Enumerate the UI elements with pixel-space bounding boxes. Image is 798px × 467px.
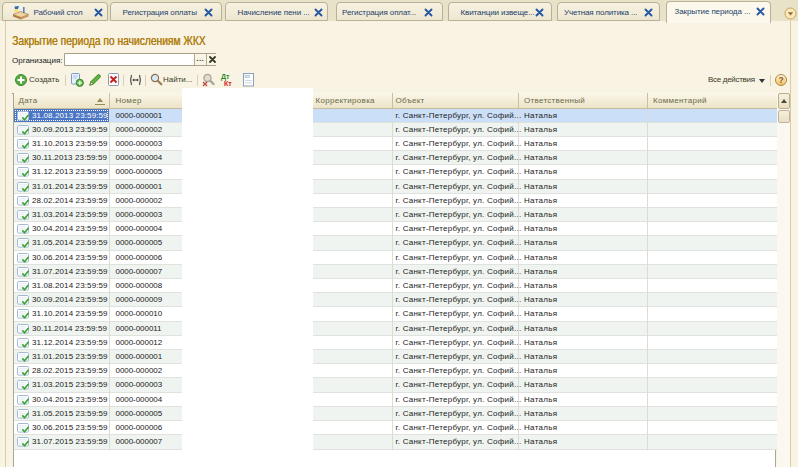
svg-text:?: ? xyxy=(778,75,783,85)
